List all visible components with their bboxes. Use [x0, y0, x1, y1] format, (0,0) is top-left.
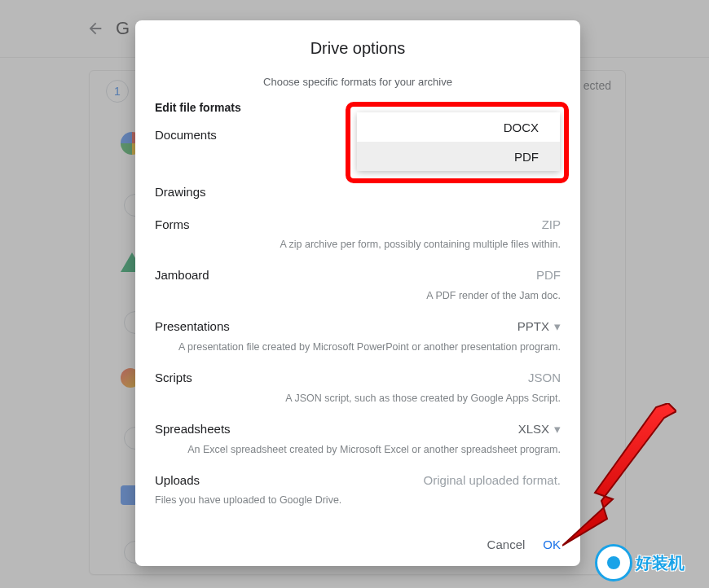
format-value-jamboard: PDF	[536, 268, 561, 282]
watermark-eye-icon	[595, 544, 632, 581]
format-row-scripts: Scripts JSON A JSON script, such as thos…	[155, 369, 561, 406]
format-row-uploads: Uploads Original uploaded format. Files …	[155, 471, 561, 507]
row-label: Drawings	[155, 185, 206, 199]
dialog-title: Drive options	[155, 39, 561, 58]
row-value: ZIP	[542, 217, 561, 231]
row-label: Uploads	[155, 473, 200, 487]
row-label: Jamboard	[155, 268, 209, 282]
row-description: An Excel spreadsheet created by Microsof…	[155, 443, 561, 457]
row-label: Spreadsheets	[155, 422, 231, 436]
format-select-presentations[interactable]: PPTX ▾	[517, 319, 561, 334]
row-label: Scripts	[155, 371, 192, 384]
format-select-drawings[interactable]: JPG ▼	[520, 185, 561, 199]
dialog-subtitle: Choose specific formats for your archive	[155, 76, 561, 88]
row-description: A JSON script, such as those created by …	[155, 392, 561, 406]
format-row-spreadsheets: Spreadsheets XLSX ▾ An Excel spreadsheet…	[155, 420, 561, 457]
dropdown-option-docx[interactable]: DOCX	[357, 112, 560, 142]
ok-button[interactable]: OK	[543, 538, 561, 551]
documents-format-dropdown: DOCX PDF	[357, 112, 560, 171]
row-value: JSON	[528, 371, 561, 384]
row-description: A PDF render of the Jam doc.	[155, 289, 561, 303]
row-description: A zip archive per form, possibly contain…	[155, 238, 561, 252]
row-label: Forms	[155, 217, 190, 231]
format-value-uploads: Original uploaded format.	[424, 473, 561, 487]
watermark-text: 好装机	[636, 552, 685, 574]
format-row-presentations: Presentations PPTX ▾ A presentation file…	[155, 318, 561, 354]
dropdown-option-pdf[interactable]: PDF	[357, 142, 560, 171]
row-value: PDF	[536, 268, 561, 282]
row-label: Documents	[155, 128, 217, 142]
watermark: 好装机	[595, 544, 709, 581]
row-description: Files you have uploaded to Google Drive.	[155, 494, 561, 507]
row-value: PPTX	[517, 319, 549, 333]
format-value-scripts: JSON	[528, 371, 561, 384]
format-row-forms: Forms ZIP A zip archive per form, possib…	[155, 215, 561, 252]
format-select-spreadsheets[interactable]: XLSX ▾	[518, 422, 561, 437]
row-description: A presentation file created by Microsoft…	[155, 340, 561, 354]
cancel-button[interactable]: Cancel	[487, 538, 526, 551]
format-row-drawings: Drawings JPG ▼	[155, 182, 561, 200]
row-value: Original uploaded format.	[424, 473, 561, 487]
format-value-forms: ZIP	[542, 217, 561, 231]
row-label: Presentations	[155, 319, 230, 333]
drive-options-dialog: Drive options Choose specific formats fo…	[135, 20, 580, 566]
row-value: XLSX	[518, 422, 549, 436]
chevron-down-icon: ▾	[554, 319, 561, 334]
format-row-jamboard: Jamboard PDF A PDF render of the Jam doc…	[155, 266, 561, 303]
chevron-down-icon: ▾	[554, 422, 561, 437]
dialog-footer: Cancel OK	[155, 523, 561, 551]
